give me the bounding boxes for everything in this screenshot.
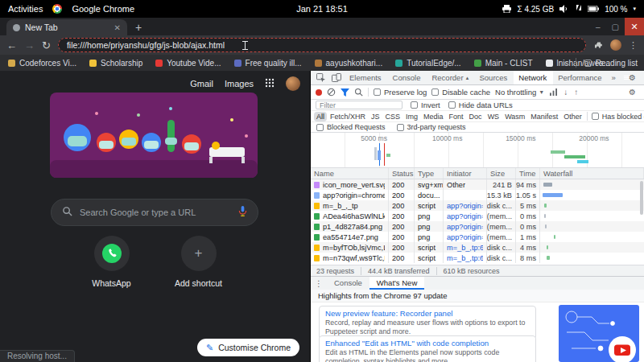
devtools-tab[interactable]: Network: [514, 71, 553, 84]
gmail-link[interactable]: Gmail: [190, 79, 213, 88]
import-har-icon[interactable]: ↓: [563, 88, 568, 97]
google-apps-icon[interactable]: [265, 78, 275, 89]
type-filter-chip[interactable]: Other: [561, 112, 584, 121]
bookmark-item[interactable]: Youtube Vide...: [155, 59, 221, 68]
whatsapp-tile[interactable]: [94, 236, 130, 271]
drawer-tab[interactable]: Console: [327, 277, 369, 290]
network-search-icon[interactable]: [354, 88, 363, 97]
bookmark-item[interactable]: Main - CLIST: [474, 59, 533, 68]
third-party-requests-checkbox[interactable]: 3rd-party requests: [397, 123, 466, 131]
omnibox[interactable]: file:///home/priyanshu/gfg/js-blob/ajax.…: [58, 38, 586, 52]
column-header[interactable]: Initiator: [444, 168, 487, 179]
back-button[interactable]: ←: [6, 40, 17, 51]
column-header[interactable]: Type: [415, 168, 444, 179]
network-request-row[interactable]: m=n73qwf,ws9Tlc,IZT63,e... 200 script m=…: [311, 253, 644, 263]
column-header[interactable]: Size: [487, 168, 516, 179]
customise-chrome-button[interactable]: ✎ Customise Chrome: [197, 339, 299, 356]
close-window-button[interactable]: ✕: [625, 18, 644, 35]
images-link[interactable]: Images: [225, 79, 254, 88]
devtools-tab[interactable]: Recorder▲: [427, 71, 474, 84]
clock[interactable]: Jan 21 18:51: [296, 4, 348, 14]
voice-search-icon[interactable]: [238, 205, 247, 220]
network-request-row[interactable]: p1_4d827a84.png 200 png app?origin=c... …: [311, 221, 644, 232]
network-request-row[interactable]: m=_b_,_tp 200 script app?origin=c... (di…: [311, 200, 644, 211]
type-filter-chip[interactable]: WS: [485, 112, 502, 121]
shortcut-whatsapp[interactable]: WhatsApp: [78, 236, 146, 288]
type-filter-chip[interactable]: Fetch/XHR: [328, 112, 368, 121]
drawer-menu-icon[interactable]: ⋮: [311, 279, 327, 288]
export-har-icon[interactable]: ↑: [573, 88, 579, 97]
network-request-row[interactable]: m=byfTOb,lsjVmc,LEikZe 200 script m=_b_,…: [311, 242, 644, 253]
throttling-dropdown[interactable]: No throttling▼: [495, 88, 544, 97]
whats-new-card-title[interactable]: Enhanced "Edit as HTML" with code comple…: [325, 339, 530, 348]
whats-new-video-thumbnail[interactable]: [559, 305, 639, 362]
bookmark-item[interactable]: aayushkothari...: [315, 59, 383, 68]
devtools-tab[interactable]: Performance: [553, 71, 608, 84]
reading-list-button[interactable]: Reading list: [584, 59, 638, 68]
type-filter-chip[interactable]: Wasm: [502, 112, 527, 121]
type-filter-chip[interactable]: Font: [447, 112, 466, 121]
whats-new-card[interactable]: Enhanced "Edit as HTML" with code comple…: [319, 335, 536, 362]
network-conditions-icon[interactable]: [549, 88, 558, 96]
extensions-puzzle-icon[interactable]: [593, 40, 603, 50]
activities-button[interactable]: Activities: [8, 4, 43, 14]
search-box[interactable]: Search Google or type a URL: [51, 199, 258, 226]
add-shortcut-tile[interactable]: +: [181, 236, 217, 271]
maximize-button[interactable]: ▢: [606, 23, 625, 31]
has-blocked-cookies-checkbox[interactable]: Has blocked cookies: [592, 113, 644, 121]
column-header[interactable]: Status: [389, 168, 415, 179]
tab-close-icon[interactable]: ✕: [114, 23, 121, 32]
inspect-element-icon[interactable]: [313, 73, 328, 82]
network-request-row[interactable]: app?origin=chrome-untrus... 200 docu... …: [311, 190, 644, 200]
bookmark-item[interactable]: Free quality ill...: [234, 59, 302, 68]
device-toolbar-icon[interactable]: [328, 73, 345, 82]
drawer-tab[interactable]: What's New: [369, 277, 424, 290]
column-header[interactable]: Name: [311, 168, 389, 179]
filter-input[interactable]: Filter: [316, 101, 402, 109]
reload-button[interactable]: ↻: [42, 40, 51, 51]
focused-app-name[interactable]: Google Chrome: [72, 4, 134, 14]
search-input[interactable]: Search Google or type a URL: [80, 208, 231, 217]
new-tab-button[interactable]: +: [135, 21, 142, 35]
type-filter-chip[interactable]: Doc: [467, 112, 485, 121]
column-header[interactable]: Time: [516, 168, 540, 179]
system-load-indicator[interactable]: Σ 4.25 GB: [517, 5, 554, 14]
filter-funnel-icon[interactable]: [341, 88, 349, 97]
browser-menu-icon[interactable]: ⋮: [629, 41, 638, 50]
bookmark-item[interactable]: Scholarship: [89, 59, 142, 68]
bookmark-item[interactable]: Codeforces Vi...: [8, 59, 76, 68]
devtools-settings-icon[interactable]: ⚙: [625, 73, 639, 82]
url-text[interactable]: file:///home/priyanshu/gfg/js-blob/ajax.…: [67, 40, 225, 50]
bookmarks-overflow-chevron[interactable]: »: [563, 59, 568, 68]
devtools-tab[interactable]: Sources: [475, 71, 514, 84]
network-overview-timeline[interactable]: 5000 ms 10000 ms 15000 ms 20000 ms: [311, 133, 644, 168]
forward-button[interactable]: →: [24, 40, 35, 51]
devtools-tab[interactable]: Elements: [345, 71, 388, 84]
type-filter-chip[interactable]: Img: [403, 112, 420, 121]
profile-avatar[interactable]: [610, 39, 621, 51]
more-panels-chevron[interactable]: »: [609, 71, 619, 84]
shortcut-add[interactable]: + Add shortcut: [165, 236, 233, 288]
blocked-requests-checkbox[interactable]: Blocked Requests: [316, 123, 386, 131]
record-network-log-button[interactable]: [316, 89, 322, 96]
column-header[interactable]: Waterfall: [540, 168, 644, 179]
whats-new-card-title[interactable]: New preview feature: Recorder panel: [325, 309, 530, 318]
google-doodle[interactable]: [50, 93, 258, 178]
network-request-row[interactable]: icon_more_vert.svg 200 svg+xml Other 241…: [311, 179, 644, 190]
devtools-menu-icon[interactable]: ⋮: [639, 73, 644, 82]
browser-tab[interactable]: New Tab ✕: [6, 19, 127, 35]
type-filter-chip[interactable]: Manifest: [528, 112, 560, 121]
whats-new-card[interactable]: New preview feature: Recorder panel Reco…: [319, 306, 536, 339]
network-settings-gear-icon[interactable]: ⚙: [625, 88, 639, 97]
devtools-tab[interactable]: Console: [388, 71, 427, 84]
invert-checkbox[interactable]: Invert: [411, 101, 440, 109]
system-menu-chevron-icon[interactable]: ▾: [633, 6, 636, 12]
disable-cache-checkbox[interactable]: Disable cache: [431, 88, 490, 97]
preserve-log-checkbox[interactable]: Preserve log: [374, 88, 427, 97]
type-filter-chip[interactable]: CSS: [383, 112, 403, 121]
type-filter-chip[interactable]: JS: [369, 112, 382, 121]
minimize-button[interactable]: –: [590, 23, 606, 31]
account-avatar[interactable]: [286, 76, 300, 91]
hide-data-urls-checkbox[interactable]: Hide data URLs: [448, 101, 513, 109]
bookmark-item[interactable]: TutorialEdge/...: [395, 59, 460, 68]
